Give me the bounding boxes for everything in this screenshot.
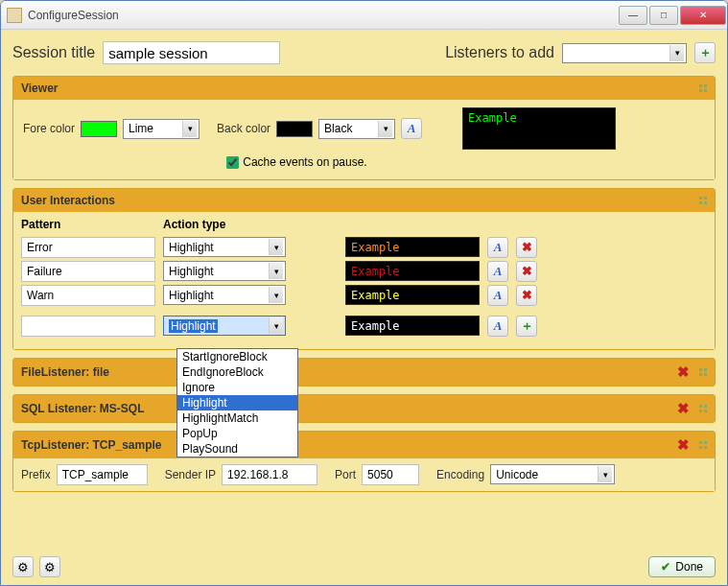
done-button[interactable]: ✔ Done <box>648 556 716 577</box>
window: ConfigureSession — □ ✕ apFiles Session t… <box>0 0 728 586</box>
new-example-preview: Example <box>345 316 480 336</box>
action-combo[interactable]: Highlight▾ <box>163 285 286 305</box>
encoding-combo[interactable]: Unicode ▾ <box>490 464 615 484</box>
file-listener-panel: FileListener: file ✖ <box>12 358 716 387</box>
plus-icon: ＋ <box>699 44 712 61</box>
ui-header-label: User Interactions <box>21 194 115 207</box>
tcp-listener-header[interactable]: TcpListener: TCP_sample ✖ <box>13 432 715 458</box>
back-color-swatch <box>276 121 313 137</box>
sql-listener-header-label: SQL Listener: MS-SQL <box>21 402 144 415</box>
font-icon: A <box>494 318 503 334</box>
new-action-combo[interactable]: Highlight ▾ <box>163 316 286 336</box>
cache-events-label: Cache events on pause. <box>243 155 366 169</box>
pattern-input[interactable] <box>21 237 155 258</box>
ui-row: Highlight▾ExampleA✖ <box>21 237 707 258</box>
example-text: Example <box>351 265 400 278</box>
footer-tool-button-2[interactable]: ⚙ <box>39 556 60 577</box>
action-combo[interactable]: Highlight▾ <box>163 261 286 281</box>
pattern-input[interactable] <box>21 261 155 282</box>
example-preview: Example <box>345 285 480 305</box>
sql-listener-header[interactable]: SQL Listener: MS-SQL ✖ <box>13 395 715 422</box>
delete-tcp-listener-button[interactable]: ✖ <box>677 436 690 454</box>
cache-events-input[interactable] <box>226 156 239 169</box>
prefix-input[interactable] <box>57 464 148 485</box>
maximize-button[interactable]: □ <box>649 6 678 25</box>
viewer-preview: Example <box>462 107 616 150</box>
cache-events-checkbox[interactable]: Cache events on pause. <box>226 155 366 169</box>
session-title-label: Session title <box>12 44 95 61</box>
new-pattern-input[interactable] <box>21 316 155 337</box>
file-listener-header[interactable]: FileListener: file ✖ <box>13 359 715 386</box>
minimize-button[interactable]: — <box>619 6 647 25</box>
action-combo[interactable]: Highlight▾ <box>163 237 286 257</box>
tcp-listener-panel: TcpListener: TCP_sample ✖ Prefix Sender … <box>12 431 716 492</box>
titlebar: ConfigureSession — □ ✕ <box>1 1 727 30</box>
listeners-combo[interactable]: ▾ <box>562 43 687 63</box>
panel-grip-icon[interactable] <box>699 84 707 92</box>
delete-icon: ✖ <box>522 240 532 254</box>
dropdown-option[interactable]: HighlightMatch <box>177 410 297 426</box>
action-dropdown[interactable]: StartIgnoreBlockEndIgnoreBlockIgnoreHigh… <box>176 348 298 457</box>
delete-file-listener-button[interactable]: ✖ <box>677 363 690 381</box>
delete-row-button[interactable]: ✖ <box>516 285 537 306</box>
chevron-down-icon: ▾ <box>669 45 684 61</box>
close-button[interactable]: ✕ <box>680 6 726 25</box>
footer-tool-button-1[interactable]: ⚙ <box>12 556 34 577</box>
window-controls: — □ ✕ <box>618 6 727 25</box>
chevron-down-icon: ▾ <box>269 287 283 303</box>
port-input[interactable] <box>362 464 419 485</box>
prefix-label: Prefix <box>21 468 51 481</box>
font-icon: A <box>408 121 416 136</box>
dropdown-option[interactable]: PopUp <box>177 426 297 441</box>
panel-grip-icon[interactable] <box>699 441 707 449</box>
delete-row-button[interactable]: ✖ <box>516 237 537 258</box>
viewer-font-button[interactable]: A <box>401 118 422 139</box>
font-icon: A <box>494 264 503 279</box>
sql-listener-panel: SQL Listener: MS-SQL ✖ <box>12 394 716 423</box>
session-title-input[interactable] <box>103 41 280 64</box>
action-value: Highlight <box>169 265 214 278</box>
delete-icon: ✖ <box>522 264 532 278</box>
app-icon <box>7 8 22 23</box>
listeners-label: Listeners to add <box>445 44 554 61</box>
dropdown-option[interactable]: Highlight <box>177 395 297 410</box>
ui-row: Highlight▾ExampleA✖ <box>21 285 707 306</box>
fore-color-swatch <box>81 121 117 137</box>
delete-row-button[interactable]: ✖ <box>516 261 537 282</box>
add-listener-button[interactable]: ＋ <box>694 42 716 63</box>
dropdown-option[interactable]: PlaySound <box>177 441 297 457</box>
panel-grip-icon[interactable] <box>699 197 707 204</box>
panel-grip-icon[interactable] <box>699 368 707 376</box>
encoding-value: Unicode <box>496 468 538 481</box>
example-text: Example <box>351 241 400 254</box>
client-area: apFiles Session title Listeners to add ▾… <box>1 30 727 585</box>
add-interaction-button[interactable]: ＋ <box>516 316 537 337</box>
pattern-input[interactable] <box>21 285 155 306</box>
top-row: Session title Listeners to add ▾ ＋ <box>12 39 716 68</box>
dropdown-option[interactable]: StartIgnoreBlock <box>177 349 297 364</box>
senderip-input[interactable] <box>222 464 317 485</box>
action-value: Highlight <box>169 241 214 254</box>
chevron-down-icon: ▾ <box>269 239 283 255</box>
fore-color-label: Fore color <box>23 122 75 135</box>
row-font-button[interactable]: A <box>487 285 508 306</box>
dropdown-option[interactable]: Ignore <box>177 380 297 395</box>
col-action: Action type <box>163 218 317 231</box>
user-interactions-panel: User Interactions Pattern Action type Hi… <box>12 188 716 350</box>
back-color-combo[interactable]: Black ▾ <box>318 119 395 139</box>
fore-color-value: Lime <box>129 122 153 135</box>
port-label: Port <box>335 468 356 481</box>
delete-sql-listener-button[interactable]: ✖ <box>677 400 690 417</box>
gear-icon: ⚙ <box>44 560 56 574</box>
viewer-preview-text: Example <box>468 111 517 125</box>
viewer-header: Viewer <box>13 77 715 100</box>
new-font-button[interactable]: A <box>487 316 508 337</box>
row-font-button[interactable]: A <box>487 261 508 282</box>
ui-column-headers: Pattern Action type <box>21 218 707 234</box>
dropdown-option[interactable]: EndIgnoreBlock <box>177 364 297 380</box>
new-action-value: Highlight <box>169 319 218 333</box>
panel-grip-icon[interactable] <box>699 405 707 412</box>
fore-color-combo[interactable]: Lime ▾ <box>123 119 200 139</box>
back-color-value: Black <box>324 122 352 135</box>
row-font-button[interactable]: A <box>487 237 508 258</box>
